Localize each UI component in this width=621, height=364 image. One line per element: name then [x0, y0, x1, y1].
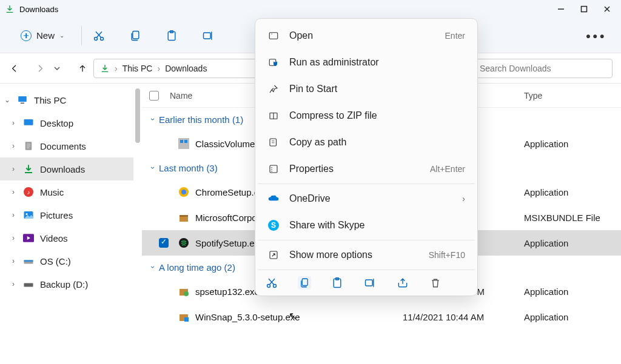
svg-rect-9 [18, 96, 27, 102]
expand-icon [267, 249, 280, 261]
installer-icon [176, 310, 192, 323]
ctx-separator [258, 240, 475, 240]
skype-icon: S [267, 219, 280, 231]
maximize-button[interactable] [580, 5, 588, 13]
svg-rect-26 [180, 140, 183, 143]
search-input[interactable] [480, 64, 606, 73]
file-checkbox[interactable] [159, 238, 169, 248]
ctx-separator [258, 184, 475, 184]
ctx-hint: Shift+F10 [429, 250, 465, 260]
cut-icon[interactable] [93, 30, 105, 42]
svg-rect-36 [184, 317, 189, 322]
ctx-label: Show more options [289, 250, 419, 260]
sidebar-item-music[interactable]: › ♪ Music [0, 180, 133, 204]
sidebar-item-osc[interactable]: › OS (C:) [0, 250, 133, 273]
drive-icon [23, 279, 34, 290]
forward-button[interactable] [34, 62, 46, 74]
sidebar-item-downloads[interactable]: › Downloads [0, 157, 133, 180]
ctx-zip[interactable]: Compress to ZIP file [258, 102, 475, 129]
copy-icon[interactable] [298, 276, 311, 290]
column-type[interactable]: Type [524, 91, 621, 101]
sidebar-item-desktop[interactable]: › Desktop [0, 111, 133, 134]
music-icon: ♪ [23, 187, 34, 197]
rename-icon[interactable] [363, 276, 377, 290]
chevron-right-icon: › [462, 194, 465, 204]
ctx-label: Compress to ZIP file [289, 110, 465, 121]
scrollbar-thumb[interactable] [135, 88, 140, 143]
svg-rect-31 [180, 215, 188, 217]
delete-icon[interactable] [429, 276, 442, 290]
ctx-properties[interactable]: Properties Alt+Enter [258, 156, 475, 182]
svg-point-47 [271, 169, 272, 170]
group-title: A long time ago (2) [159, 262, 235, 273]
svg-rect-1 [582, 7, 587, 12]
ctx-onedrive[interactable]: OneDrive › [258, 185, 475, 212]
paste-icon[interactable] [166, 30, 178, 42]
minimize-button[interactable] [557, 5, 565, 13]
pictures-icon [23, 210, 34, 220]
crumb-downloads[interactable]: Downloads [165, 64, 207, 73]
sidebar-item-label: Desktop [40, 118, 73, 128]
search-box[interactable] [473, 59, 613, 78]
ctx-label: Properties [289, 164, 420, 174]
file-type: Application [524, 238, 621, 248]
new-button[interactable]: New ⌄ [15, 28, 70, 44]
cut-icon[interactable] [265, 276, 278, 290]
sidebar-item-pictures[interactable]: › Pictures [0, 204, 133, 227]
sidebar-item-backup[interactable]: › Backup (D:) [0, 273, 133, 296]
ctx-open[interactable]: Open Enter [258, 22, 475, 49]
svg-text:♪: ♪ [27, 189, 30, 196]
ctx-pin[interactable]: Pin to Start [258, 76, 475, 102]
up-button[interactable] [76, 62, 89, 74]
scrollbar[interactable] [133, 84, 142, 364]
new-label: New [36, 30, 55, 41]
chevron-right-icon: › [10, 165, 17, 173]
file-date: 11/4/2021 10:44 AM [403, 312, 524, 322]
sidebar-item-documents[interactable]: › Documents [0, 134, 133, 157]
ctx-label: Share with Skype [289, 220, 465, 231]
sidebar-item-label: Backup (D:) [40, 279, 88, 290]
downloads-icon [23, 164, 34, 174]
back-button[interactable] [8, 62, 21, 74]
paste-icon[interactable] [331, 276, 344, 290]
sidebar-item-videos[interactable]: › Videos [0, 227, 133, 250]
svg-point-19 [26, 213, 28, 215]
svg-rect-37 [269, 33, 278, 39]
ctx-moreoptions[interactable]: Show more options Shift+F10 [258, 242, 475, 268]
app-icon [176, 137, 192, 150]
svg-point-29 [181, 190, 186, 194]
close-button[interactable] [603, 5, 611, 13]
share-icon[interactable] [396, 276, 409, 290]
svg-rect-27 [184, 140, 187, 143]
more-icon[interactable]: ●●● [586, 31, 606, 41]
chevron-right-icon: › [10, 142, 17, 150]
ctx-label: OneDrive [289, 193, 452, 204]
document-icon [23, 141, 34, 151]
file-row[interactable]: WinSnap_5.3.0-setup.exe 11/4/2021 10:44 … [142, 304, 621, 329]
svg-point-46 [271, 167, 272, 168]
open-icon [267, 30, 280, 42]
ctx-copypath[interactable]: Copy as path [258, 129, 475, 156]
recent-button[interactable] [51, 62, 63, 74]
ctx-runadmin[interactable]: Run as administrator [258, 49, 475, 76]
selectall-checkbox[interactable] [149, 91, 159, 101]
chevron-down-icon: ⌄ [4, 96, 11, 104]
ctx-hint: Enter [445, 31, 465, 41]
rename-icon[interactable] [202, 30, 214, 42]
onedrive-icon [267, 193, 280, 205]
copy-icon[interactable] [129, 30, 141, 42]
group-title: Earlier this month (1) [159, 114, 243, 125]
svg-rect-25 [178, 138, 189, 149]
ctx-label: Open [289, 30, 435, 41]
window-title: Downloads [19, 5, 557, 14]
crumb-thispc[interactable]: This PC [123, 64, 153, 73]
drive-icon [23, 256, 34, 266]
toolbar-separator [81, 26, 82, 45]
downloads-small-icon [100, 64, 110, 73]
sidebar-item-thispc[interactable]: ⌄ This PC [0, 88, 133, 111]
chevron-right-icon: › [115, 64, 118, 73]
sidebar-item-label: Documents [40, 141, 86, 151]
ctx-skype[interactable]: S Share with Skype [258, 212, 475, 239]
ctx-label: Pin to Start [289, 84, 465, 94]
svg-rect-7 [204, 33, 211, 39]
